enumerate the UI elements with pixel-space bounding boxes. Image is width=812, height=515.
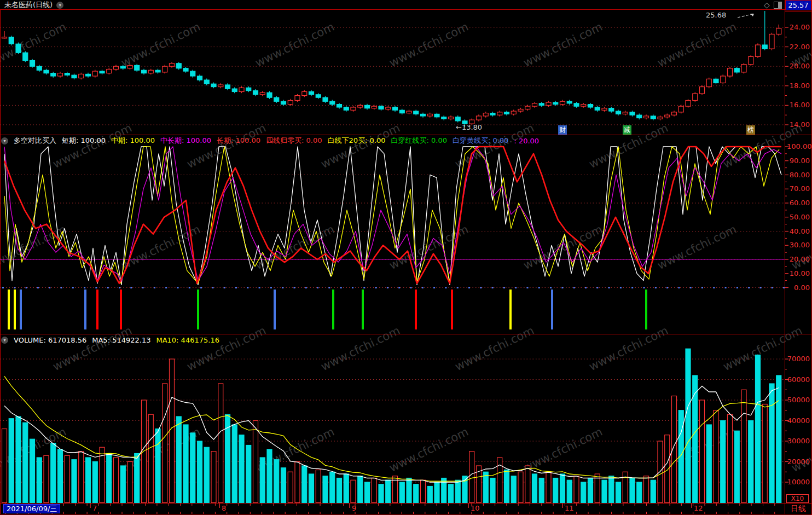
indicator-field-7: 白穿黄线买: 0.00 [453,136,508,146]
y-axis-label: 10.00 [787,269,810,277]
candlestick-plot-area[interactable] [0,10,785,135]
x-axis-month-label: 10 [471,504,480,512]
indicator-title: 多空对比买入 [14,136,56,146]
split-window-fill [778,2,781,8]
y-axis-label: 50.00 [787,213,810,221]
collapse-volume-icon[interactable]: ▾ [1,337,8,344]
indicator-field-2: 中长期: 100.00 [160,136,211,146]
volume-header: ▾ VOLUME: 617018.56MA5: 514922.13MA10: 4… [1,335,219,344]
indicator-field-3: 长期: 100.00 [217,136,260,146]
x-axis-month-label: 12 [694,504,703,512]
title-bar-actions: ◇ [764,1,782,9]
y-axis-label: 20.00 [787,62,810,70]
y-axis-label: 10000 [787,478,810,486]
volume-field-1: MA5: 514922.13 [92,336,150,344]
indicator-header: ▾ 多空对比买入 短期: 100.00中期: 100.00中长期: 100.00… [1,136,539,145]
y-axis-label: 90.00 [787,157,810,165]
current-date[interactable]: 2021/06/09/三 [3,504,60,513]
x-axis-month-label: 7 [92,504,97,512]
y-axis-label: 30.00 [787,241,810,249]
latest-price-badge: 25.57 [785,0,811,10]
y-axis-label: 50000 [787,396,810,404]
y-axis-label: 100.00 [787,142,810,151]
indicator-plot-area[interactable] [0,145,785,334]
volume-field-2: MA10: 446175.16 [156,336,219,344]
volume-unit-label: X10 [786,494,809,503]
y-axis-label: 20000 [787,458,810,466]
y-axis-label: 22.00 [787,43,810,51]
volume-plot-area[interactable] [0,345,785,502]
y-axis-label: 20.00 [787,255,810,263]
x-axis-month-label: 11 [565,504,574,512]
indicator-field-8: : 20.00 [514,137,539,145]
y-axis-label: 0.00 [787,283,810,292]
window-title: 未名医药(日线) [4,0,53,10]
y-axis-label: 60.00 [787,199,810,207]
title-bar: 未名医药(日线) ▾ [0,0,770,10]
app-window: www.cfchi.comwww.cfchi.comwww.cfchi.comw… [0,0,812,515]
split-window-icon[interactable] [774,2,782,9]
collapse-indicator-icon[interactable]: ▾ [1,137,8,144]
indicator-field-6: 白穿红线买: 0.00 [391,136,446,146]
indicator-field-4: 四线归零买: 0.00 [266,136,322,146]
y-axis-label: 40000 [787,416,810,425]
indicator-field-1: 中期: 100.00 [111,136,155,146]
y-axis-label: 70.00 [787,184,810,193]
y-axis-label: 16.00 [787,101,810,109]
chevron-down-icon[interactable]: ▾ [56,2,63,9]
x-axis-month-label: 9 [352,504,356,512]
y-axis-label: 60000 [787,375,810,384]
period-label[interactable]: 日线 [786,504,811,514]
x-axis-month-label: 8 [222,504,226,512]
y-axis-label: 30000 [787,437,810,445]
y-axis-label: 70000 [787,355,810,363]
volume-field-0: VOLUME: 617018.56 [14,336,86,344]
indicator-field-5: 白线下20买: 0.00 [327,136,385,146]
y-axis-label: 18.00 [787,82,810,90]
y-axis-label: 40.00 [787,227,810,235]
y-axis-label: 24.00 [787,23,810,31]
indicator-field-0: 短期: 100.00 [62,136,106,146]
y-axis-label: 14.00 [787,120,810,129]
diamond-icon[interactable]: ◇ [764,1,770,9]
y-axis-label: 80.00 [787,171,810,179]
